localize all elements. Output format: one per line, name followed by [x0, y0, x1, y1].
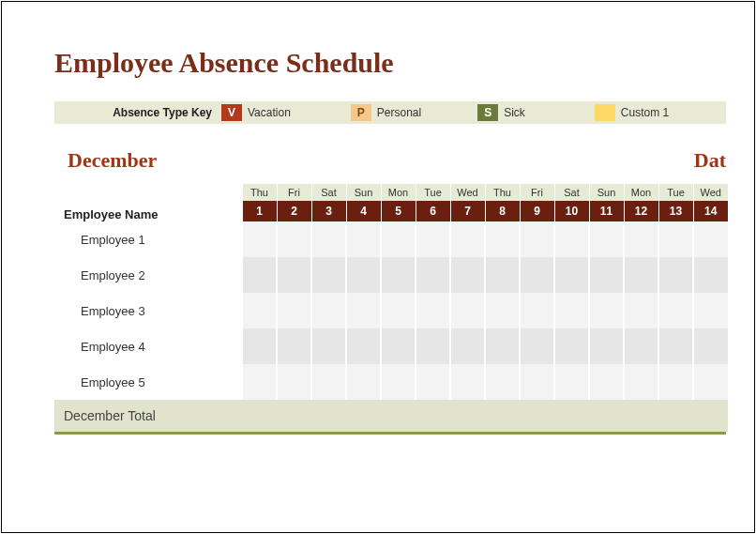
day-number-header: 1	[242, 201, 277, 221]
schedule-block: December Dat ThuFriSatSunMonTueWedThuFri…	[54, 137, 726, 435]
absence-cell[interactable]	[658, 257, 693, 293]
absence-cell[interactable]	[520, 328, 554, 364]
absence-cell[interactable]	[589, 328, 624, 364]
absence-cell[interactable]	[242, 221, 277, 257]
absence-cell[interactable]	[311, 293, 346, 328]
absence-cell[interactable]	[242, 328, 277, 364]
absence-cell[interactable]	[416, 257, 450, 293]
key-text-sick: Sick	[504, 106, 525, 119]
day-of-week-header: Fri	[520, 184, 554, 201]
absence-cell[interactable]	[346, 221, 381, 257]
key-text-personal: Personal	[377, 106, 421, 119]
absence-cell[interactable]	[658, 221, 693, 257]
schedule-sheet: Employee Absence Schedule Absence Type K…	[1, 1, 755, 533]
absence-key-bar: Absence Type Key V Vacation P Personal S…	[54, 101, 726, 124]
absence-cell[interactable]	[381, 364, 416, 400]
chip-personal: P	[351, 104, 371, 121]
absence-cell[interactable]	[242, 257, 277, 293]
absence-cell[interactable]	[554, 221, 589, 257]
absence-cell[interactable]	[624, 328, 658, 364]
absence-cell[interactable]	[554, 257, 589, 293]
absence-cell[interactable]	[624, 364, 658, 400]
absence-cell[interactable]	[450, 328, 485, 364]
absence-cell[interactable]	[485, 328, 520, 364]
employee-row: Employee 4	[54, 328, 728, 364]
absence-cell[interactable]	[416, 293, 450, 328]
absence-cell[interactable]	[381, 257, 416, 293]
day-of-week-header: Sat	[311, 184, 346, 201]
total-cell	[554, 400, 589, 432]
absence-cell[interactable]	[693, 293, 728, 328]
absence-cell[interactable]	[589, 257, 624, 293]
absence-cell[interactable]	[485, 293, 520, 328]
absence-cell[interactable]	[589, 364, 624, 400]
absence-cell[interactable]	[520, 364, 554, 400]
absence-cell[interactable]	[485, 364, 520, 400]
absence-cell[interactable]	[554, 328, 589, 364]
employee-row: Employee 1	[54, 221, 728, 257]
absence-cell[interactable]	[624, 257, 658, 293]
day-of-week-header: Mon	[381, 184, 416, 201]
absence-cell[interactable]	[346, 328, 381, 364]
absence-cell[interactable]	[693, 328, 728, 364]
absence-cell[interactable]	[346, 257, 381, 293]
employee-name-cell: Employee 3	[54, 293, 242, 328]
absence-cell[interactable]	[485, 221, 520, 257]
absence-cell[interactable]	[346, 364, 381, 400]
day-of-week-header: Wed	[450, 184, 485, 201]
day-number-header: 2	[277, 201, 311, 221]
absence-cell[interactable]	[311, 221, 346, 257]
absence-cell[interactable]	[693, 364, 728, 400]
employee-name-cell: Employee 2	[54, 257, 242, 293]
absence-cell[interactable]	[624, 221, 658, 257]
total-cell	[311, 400, 346, 432]
absence-cell[interactable]	[416, 221, 450, 257]
absence-cell[interactable]	[450, 257, 485, 293]
absence-cell[interactable]	[658, 364, 693, 400]
absence-cell[interactable]	[485, 257, 520, 293]
absence-cell[interactable]	[589, 293, 624, 328]
absence-cell[interactable]	[450, 221, 485, 257]
absence-cell[interactable]	[554, 293, 589, 328]
absence-cell[interactable]	[311, 364, 346, 400]
total-cell	[242, 400, 277, 432]
employee-name-cell: Employee 1	[54, 221, 242, 257]
absence-cell[interactable]	[381, 328, 416, 364]
absence-cell[interactable]	[381, 221, 416, 257]
absence-cell[interactable]	[589, 221, 624, 257]
absence-cell[interactable]	[277, 328, 311, 364]
month-name: December	[54, 137, 242, 184]
total-cell	[693, 400, 728, 432]
absence-cell[interactable]	[450, 293, 485, 328]
absence-cell[interactable]	[311, 328, 346, 364]
absence-cell[interactable]	[277, 293, 311, 328]
day-of-week-header: Fri	[277, 184, 311, 201]
absence-cell[interactable]	[658, 328, 693, 364]
day-number-header: 7	[450, 201, 485, 221]
absence-cell[interactable]	[658, 293, 693, 328]
absence-cell[interactable]	[381, 293, 416, 328]
absence-cell[interactable]	[450, 364, 485, 400]
absence-cell[interactable]	[624, 293, 658, 328]
total-cell	[450, 400, 485, 432]
absence-cell[interactable]	[520, 221, 554, 257]
day-number-header: 4	[346, 201, 381, 221]
absence-cell[interactable]	[416, 364, 450, 400]
key-item-custom: Custom 1	[595, 104, 669, 121]
absence-cell[interactable]	[693, 257, 728, 293]
total-cell	[277, 400, 311, 432]
absence-cell[interactable]	[242, 364, 277, 400]
absence-cell[interactable]	[693, 221, 728, 257]
absence-cell[interactable]	[520, 257, 554, 293]
month-total-row: December Total	[54, 400, 728, 432]
day-of-week-header: Wed	[693, 184, 728, 201]
absence-cell[interactable]	[277, 257, 311, 293]
absence-cell[interactable]	[277, 221, 311, 257]
absence-cell[interactable]	[520, 293, 554, 328]
absence-cell[interactable]	[242, 293, 277, 328]
absence-cell[interactable]	[311, 257, 346, 293]
absence-cell[interactable]	[554, 364, 589, 400]
absence-cell[interactable]	[416, 328, 450, 364]
absence-cell[interactable]	[346, 293, 381, 328]
absence-cell[interactable]	[277, 364, 311, 400]
